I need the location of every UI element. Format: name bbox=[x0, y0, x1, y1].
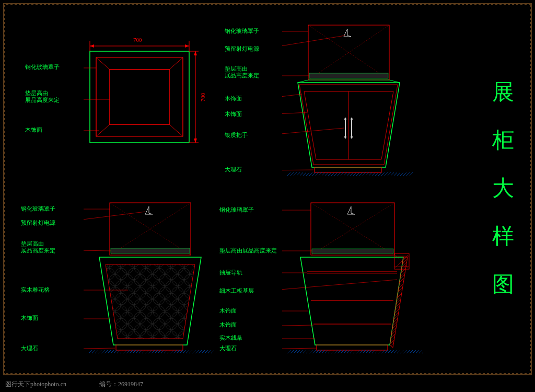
watermark-text: 图行天下photophoto.cn bbox=[5, 380, 66, 389]
side-view-drawing bbox=[84, 199, 219, 361]
svg-rect-42 bbox=[89, 350, 214, 353]
view-side bbox=[84, 199, 219, 361]
view-top: 700 700 bbox=[84, 37, 199, 152]
label-f-wood1: 木饰面 bbox=[225, 95, 242, 102]
label-sec-wood1: 木饰面 bbox=[219, 307, 237, 314]
dim-height: 700 bbox=[200, 93, 206, 102]
dim-width: 700 bbox=[133, 37, 142, 43]
svg-point-22 bbox=[351, 136, 353, 138]
label-sec-glass: 钢化玻璃罩子 bbox=[219, 206, 254, 213]
label-sec-trim: 实木线条 bbox=[219, 335, 242, 341]
svg-line-44 bbox=[84, 212, 145, 224]
watermark-id: 编号：26919847 bbox=[99, 380, 143, 389]
label-tl-wood: 木饰面 bbox=[25, 126, 42, 133]
view-front bbox=[282, 21, 418, 178]
label-f-handle: 银质把手 bbox=[225, 132, 248, 139]
svg-line-48 bbox=[84, 348, 115, 349]
svg-rect-58 bbox=[317, 345, 388, 350]
label-s-shelf: 垫层高由 展品高度来定 bbox=[21, 240, 55, 254]
svg-point-19 bbox=[344, 118, 346, 120]
label-tl-shelf: 垫层高由 展品高度来定 bbox=[25, 90, 60, 103]
label-sec-rail: 抽屉导轨 bbox=[219, 269, 242, 276]
drawing-area: 展柜大样图 700 700 钢化玻璃罩子 垫层高由 展品高度来定 木饰面 bbox=[5, 5, 524, 367]
label-f-wood2: 木饰面 bbox=[225, 111, 242, 118]
svg-rect-59 bbox=[287, 350, 423, 353]
label-sec-shelf: 垫层高由展品高度来定 bbox=[219, 247, 277, 254]
svg-line-45 bbox=[84, 250, 111, 251]
label-s-carve: 实木雕花格 bbox=[21, 286, 50, 293]
svg-line-67 bbox=[282, 348, 317, 349]
svg-line-28 bbox=[282, 94, 302, 99]
section-view-drawing bbox=[282, 199, 428, 361]
label-sec-wood2: 木饰面 bbox=[219, 321, 237, 328]
view-section bbox=[282, 199, 428, 361]
label-tl-glass: 钢化玻璃罩子 bbox=[25, 64, 60, 71]
svg-line-30 bbox=[282, 128, 344, 136]
svg-line-31 bbox=[282, 170, 313, 170]
svg-rect-24 bbox=[287, 172, 413, 176]
label-f-glass: 钢化玻璃罩子 bbox=[225, 28, 259, 34]
svg-rect-23 bbox=[315, 167, 381, 172]
label-f-light: 预留射灯电源 bbox=[225, 45, 259, 52]
svg-rect-41 bbox=[116, 345, 183, 350]
label-s-light: 预留射灯电源 bbox=[21, 220, 55, 226]
label-f-marble: 大理石 bbox=[225, 166, 242, 173]
label-sec-ply: 细木工板基层 bbox=[219, 287, 254, 294]
svg-line-65 bbox=[282, 325, 313, 326]
svg-point-20 bbox=[344, 136, 346, 138]
label-s-glass: 钢化玻璃罩子 bbox=[21, 205, 55, 212]
svg-line-26 bbox=[282, 36, 345, 50]
svg-point-21 bbox=[351, 118, 353, 120]
page-title-vertical: 展柜大样图 bbox=[491, 68, 515, 308]
label-s-wood: 木饰面 bbox=[21, 315, 38, 321]
front-view-drawing bbox=[282, 21, 418, 178]
label-s-marble: 大理石 bbox=[21, 345, 38, 352]
top-view-drawing bbox=[84, 37, 199, 152]
label-f-shelf: 垫层高由 展品高度来定 bbox=[225, 65, 259, 79]
svg-rect-15 bbox=[309, 73, 388, 78]
svg-rect-2 bbox=[110, 70, 169, 124]
svg-rect-35 bbox=[111, 248, 190, 253]
svg-line-63 bbox=[282, 280, 397, 292]
label-sec-marble: 大理石 bbox=[219, 345, 237, 352]
svg-rect-52 bbox=[312, 249, 393, 253]
